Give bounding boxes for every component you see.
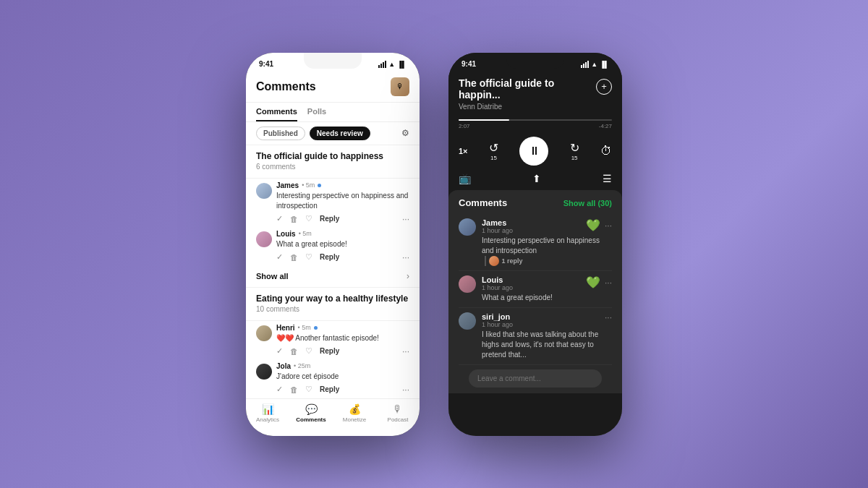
reply-mini-avatar <box>489 256 499 266</box>
avatar-louis <box>256 231 272 247</box>
more-btn-louis[interactable]: ··· <box>402 252 409 262</box>
filter-needs-review[interactable]: Needs review <box>310 127 370 140</box>
monetize-icon: 💰 <box>349 403 361 415</box>
status-icons-right: ▲ ▐▌ <box>581 61 609 68</box>
chromecast-icon[interactable]: 📺 <box>459 173 471 184</box>
more-btn-jola[interactable]: ··· <box>402 385 409 395</box>
nav-comments[interactable]: 💬 Comments <box>289 403 333 423</box>
episode-section-2: Eating your way to a healthy lifestyle 1… <box>246 288 420 321</box>
approve-btn-louis[interactable]: ✓ <box>276 252 283 262</box>
dark-author-siri: siri_jon <box>482 312 513 321</box>
delete-btn-louis[interactable]: 🗑 <box>290 253 298 262</box>
comments-header: Comments 🎙 <box>246 73 420 103</box>
comment-row-james: James • 5m Interesting perspective on ha… <box>246 179 420 227</box>
nav-analytics[interactable]: 📊 Analytics <box>246 403 289 423</box>
comment-content-jola: Jola • 25m J'adore cet épisode ✓ 🗑 ♡ Rep… <box>276 362 409 395</box>
avatar-henri <box>256 325 272 341</box>
tabs-row: Comments Polls <box>246 103 420 122</box>
skip-back-button[interactable]: ↺ 15 <box>489 141 498 161</box>
progress-track[interactable] <box>459 119 612 121</box>
dark-avatar-james <box>459 218 476 236</box>
nav-monetize-label: Monetize <box>343 416 366 423</box>
podcast-info: The official guide to happin... Venn Dia… <box>459 77 596 111</box>
player-extras: 📺 ⬆ ☰ <box>448 170 622 190</box>
analytics-icon: 📊 <box>262 403 274 415</box>
nav-podcast[interactable]: 🎙 Podcast <box>376 403 420 423</box>
tab-polls[interactable]: Polls <box>307 107 326 121</box>
reply-row-james: 1 reply <box>482 256 612 266</box>
queue-icon[interactable]: ☰ <box>603 173 612 184</box>
dark-header-louis: Louis 1 hour ago 💚 ··· <box>482 275 612 291</box>
status-icons-left: ▲ ▐▌ <box>378 61 407 68</box>
skip-forward-button[interactable]: ↻ 15 <box>570 141 579 161</box>
author-row-louis: Louis • 5m <box>276 230 409 238</box>
more-btn-henri[interactable]: ··· <box>402 346 409 356</box>
comment-text-james: Interesting perspective on happiness and… <box>276 191 409 211</box>
like-btn-james[interactable]: ♡ <box>305 214 312 223</box>
approve-btn-jola[interactable]: ✓ <box>276 385 283 394</box>
like-btn-louis[interactable]: ♡ <box>305 252 312 262</box>
comment-actions-louis: ✓ 🗑 ♡ Reply ··· <box>276 252 409 262</box>
comment-actions-jola: ✓ 🗑 ♡ Reply ··· <box>276 385 409 395</box>
right-phone: 9:41 ▲ ▐▌ The official guide to happin..… <box>448 53 622 436</box>
delete-btn-henri[interactable]: 🗑 <box>290 347 298 356</box>
comment-time-jola: • 25m <box>294 362 310 369</box>
pause-icon: ⏸ <box>529 145 540 158</box>
episode-2-count: 10 comments <box>256 305 409 313</box>
bottom-nav: 📊 Analytics 💬 Comments 💰 Monetize 🎙 Podc… <box>246 398 420 436</box>
delete-btn-james[interactable]: 🗑 <box>290 215 298 223</box>
comment-author-james: James <box>276 181 299 189</box>
tab-comments[interactable]: Comments <box>256 107 297 121</box>
current-time: 2:07 <box>459 123 470 129</box>
filter-settings-icon[interactable]: ⚙ <box>401 128 409 138</box>
more-btn-dark-siri[interactable]: ··· <box>605 312 612 322</box>
wifi-icon: ▲ <box>388 61 395 68</box>
profile-avatar[interactable]: 🎙 <box>391 77 409 96</box>
comment-content-james: James • 5m Interesting perspective on ha… <box>276 181 409 224</box>
nav-comments-label: Comments <box>296 416 326 423</box>
comment-row-henri: Henri • 5m ❤️❤️ Another fantastic episod… <box>246 321 420 359</box>
filter-row: Published Needs review ⚙ <box>246 122 420 145</box>
nav-monetize[interactable]: 💰 Monetize <box>333 403 376 423</box>
add-button[interactable]: + <box>596 79 612 95</box>
reply-btn-jola[interactable]: Reply <box>320 385 339 393</box>
speed-button[interactable]: 1× <box>459 147 468 155</box>
show-all-button[interactable]: Show all (30) <box>563 199 612 207</box>
dark-comment-body-james: James 1 hour ago 💚 ··· Interesting persp… <box>482 218 612 266</box>
share-icon[interactable]: ⬆ <box>532 173 541 184</box>
nav-podcast-label: Podcast <box>388 416 409 423</box>
dark-comment-louis: Louis 1 hour ago 💚 ··· What a great epis… <box>459 271 612 308</box>
signal-icon <box>378 61 386 68</box>
notch-left <box>304 53 362 69</box>
like-btn-jola[interactable]: ♡ <box>305 385 312 394</box>
more-btn-dark-james[interactable]: ··· <box>605 221 612 231</box>
reply-btn-henri[interactable]: Reply <box>320 347 339 355</box>
comments-nav-icon: 💬 <box>305 403 318 415</box>
more-btn-james[interactable]: ··· <box>402 214 409 224</box>
new-indicator-james <box>318 184 321 187</box>
approve-btn-james[interactable]: ✓ <box>276 214 283 223</box>
comment-row-louis: Louis • 5m What a great episode! ✓ 🗑 ♡ R… <box>246 227 420 265</box>
skip-back-label: 15 <box>490 155 497 161</box>
delete-btn-jola[interactable]: 🗑 <box>290 385 298 394</box>
like-btn-henri[interactable]: ♡ <box>305 346 312 356</box>
timer-button[interactable]: ⏱ <box>600 145 612 158</box>
reply-btn-james[interactable]: Reply <box>320 215 339 223</box>
comment-row-jola: Jola • 25m J'adore cet épisode ✓ 🗑 ♡ Rep… <box>246 359 420 398</box>
wifi-icon-right: ▲ <box>591 61 597 68</box>
approve-btn-henri[interactable]: ✓ <box>276 346 283 356</box>
author-row-jola: Jola • 25m <box>276 362 409 370</box>
comment-time-louis: • 5m <box>299 230 312 237</box>
reply-count-james[interactable]: 1 reply <box>502 257 523 265</box>
more-btn-dark-louis[interactable]: ··· <box>605 278 612 288</box>
comment-input[interactable] <box>469 369 602 388</box>
show-all-episode-1[interactable]: Show all › <box>246 265 420 288</box>
pause-button[interactable]: ⏸ <box>519 137 548 166</box>
podcast-artist: Venn Diatribe <box>459 103 596 111</box>
dark-comment-body-siri: siri_jon 1 hour ago ··· I liked that she… <box>482 312 612 360</box>
author-row-henri: Henri • 5m <box>276 324 409 332</box>
nav-analytics-label: Analytics <box>256 416 279 423</box>
reply-btn-louis[interactable]: Reply <box>320 253 339 261</box>
comment-actions-henri: ✓ 🗑 ♡ Reply ··· <box>276 346 409 356</box>
filter-published[interactable]: Published <box>256 127 305 140</box>
